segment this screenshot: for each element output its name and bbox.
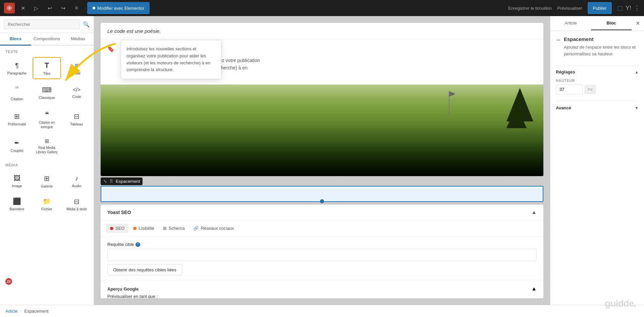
menu-button[interactable]: ≡	[71, 3, 82, 13]
help-icon[interactable]: ?	[136, 242, 140, 247]
block-citation-exergue[interactable]: ❝ Citation en exergue	[33, 106, 61, 133]
publier-button[interactable]: Publier	[588, 2, 612, 14]
liste-icon: ≡	[75, 62, 79, 69]
right-tab-article[interactable]: Article	[550, 16, 591, 30]
rml-gallery-label: Real Media Library Gallery	[35, 146, 59, 154]
block-audio[interactable]: ♪ Audio	[62, 170, 91, 192]
undo-button[interactable]: ↩	[44, 3, 55, 13]
lisibilite-dot-icon	[133, 227, 137, 230]
block-classique[interactable]: ⌨ Classique	[33, 81, 61, 105]
flag	[449, 91, 455, 97]
yoast-collapse-icon[interactable]: ▲	[531, 209, 537, 215]
tab-compositions[interactable]: Compositions	[31, 33, 62, 46]
yoast-tabs: SEO Lisibilité ⊞ Schema 🔗 Réseaux sociau…	[101, 220, 543, 236]
redo-button[interactable]: ↪	[58, 3, 68, 13]
block-media-texte[interactable]: ⊟ Média & texte	[62, 193, 91, 215]
yoast-tab-lisibilite[interactable]: Lisibilité	[129, 224, 158, 233]
right-sidebar: Article Bloc ✕ ↔ Espacement Ajoutez de l…	[550, 16, 644, 305]
tableau-label: Tableau	[70, 122, 83, 126]
block-paragraphe[interactable]: ¶ Paragraphe	[3, 57, 31, 79]
tooltip-popup: Introduisez les nouvelles sections et or…	[121, 40, 221, 79]
tree2	[506, 105, 527, 128]
espacement-block[interactable]	[101, 186, 543, 202]
drag-handle-icon[interactable]: ⠿	[110, 179, 113, 184]
yoast-header[interactable]: Yoast SEO ▲	[101, 205, 543, 220]
reglages-arrow-icon: ▲	[635, 70, 639, 74]
block-rml-gallery[interactable]: ⊞ Real Media Library Gallery	[33, 134, 61, 158]
requete-cible-input[interactable]	[107, 249, 537, 261]
modifier-label: Modifier avec Elementor	[97, 6, 144, 11]
tools-button[interactable]: ▷	[31, 3, 42, 13]
block-couplet[interactable]: ✒ Couplet	[3, 134, 31, 158]
hauteur-label: HAUTEUR	[556, 78, 639, 83]
search-input[interactable]	[4, 19, 80, 29]
bookmark-icon: 🔖	[107, 45, 114, 53]
block-code[interactable]: </> Code	[62, 81, 91, 105]
block-liste[interactable]: ≡ Liste	[62, 57, 91, 79]
block-banniere[interactable]: ⬛ Bannière	[3, 193, 31, 215]
yoast-tab-schema[interactable]: ⊞ Schema	[159, 224, 189, 233]
block-image[interactable]: 🖼 Image	[3, 170, 31, 192]
more-options-icon[interactable]: ⋮	[634, 4, 640, 12]
hauteur-input[interactable]	[556, 85, 583, 94]
enregistrer-brouillon-link[interactable]: Enregistrer le brouillon	[508, 6, 552, 11]
apercu-collapse-icon[interactable]: ▲	[531, 286, 537, 292]
espacement-drag-handle[interactable]	[320, 199, 324, 203]
sidebar-scroll: TEXTE ¶ Paragraphe T Titre ≡ Liste	[0, 46, 94, 305]
espacement-toolbar-label: Espacement	[116, 179, 140, 184]
breadcrumb-article[interactable]: Article	[5, 309, 17, 314]
close-button[interactable]: ✕	[17, 3, 28, 13]
seo-dot-icon	[110, 227, 113, 230]
requete-label: Requête cible ?	[107, 242, 537, 247]
yoast-apercu: Aperçu Google ▲ Prévisualiser en tant qu…	[101, 281, 543, 298]
search-icon[interactable]: 🔍	[83, 21, 90, 28]
block-tableau[interactable]: ⊟ Tableau	[62, 106, 91, 133]
galerie-label: Galerie	[41, 184, 53, 189]
yoast-section: Yoast SEO ▲ SEO Lisibilité ⊞ Schema	[101, 205, 543, 298]
tab-blocs[interactable]: Blocs	[0, 33, 31, 46]
content-scroll: Le code est une poésie. 🔖 T Introduisez …	[94, 16, 550, 305]
content-area: Le code est une poésie. 🔖 T Introduisez …	[94, 16, 550, 305]
modifier-elementor-button[interactable]: Modifier avec Elementor	[87, 2, 150, 14]
sky-gradient	[101, 85, 543, 176]
couplet-label: Couplet	[11, 148, 23, 153]
reglages-collapsible: Réglages ▲ HAUTEUR PX	[556, 65, 639, 98]
yoast-tab-seo[interactable]: SEO	[106, 224, 128, 233]
espacement-panel-desc: Ajoutez de l'espace entre les blocs et p…	[564, 44, 639, 57]
golf-bg	[101, 85, 543, 176]
fichier-label: Fichier	[41, 207, 52, 211]
expand-icon[interactable]: ⤡	[103, 179, 107, 184]
paragraphe-label: Paragraphe	[7, 71, 27, 75]
schema-icon: ⊞	[163, 226, 167, 231]
liste-label: Liste	[73, 71, 80, 75]
yoast-title: Yoast SEO	[107, 210, 131, 215]
titre-icon: T	[45, 61, 49, 70]
right-tab-bloc[interactable]: Bloc	[591, 16, 632, 30]
sidebar-tabs: Blocs Compositions Médias	[0, 33, 94, 46]
yoast-tab-reseaux[interactable]: 🔗 Réseaux sociaux	[189, 224, 238, 233]
espacement-panel-title: Espacement	[564, 36, 639, 42]
citation-exergue-label: Citation en exergue	[35, 120, 59, 129]
right-close-btn[interactable]: ✕	[632, 16, 644, 31]
block-titre[interactable]: T Titre	[33, 57, 61, 79]
previsualiser-link[interactable]: Prévisualiser	[557, 6, 582, 11]
citation-icon: "	[15, 85, 19, 95]
main-layout: 🔍 Blocs Compositions Médias TEXTE ¶ Para…	[0, 16, 644, 305]
yoast-icon[interactable]: Y!	[626, 5, 631, 12]
block-galerie[interactable]: ⊞ Galerie	[33, 170, 61, 192]
block-citation[interactable]: " Citation	[3, 81, 31, 105]
obtenir-requetes-btn[interactable]: Obtenir des requêtes cibles liées	[107, 264, 182, 275]
flagpole	[449, 91, 449, 115]
classique-label: Classique	[39, 95, 55, 100]
layout-toggle-icon[interactable]: ⬚	[617, 4, 623, 12]
yoast-content: Requête cible ? Obtenir des requêtes cib…	[101, 236, 543, 281]
code-icon: </>	[73, 87, 80, 93]
reglages-header[interactable]: Réglages ▲	[556, 65, 639, 78]
reglages-content: HAUTEUR PX	[556, 78, 639, 98]
block-preformate[interactable]: ⊞ Préformaté	[3, 106, 31, 133]
block-fichier[interactable]: 📁 Fichier	[33, 193, 61, 215]
tab-medias[interactable]: Médias	[62, 33, 94, 46]
notification-badge: 23	[5, 278, 12, 285]
avance-header[interactable]: Avancé ▼	[556, 101, 639, 114]
hauteur-unit-label: PX	[585, 85, 596, 94]
